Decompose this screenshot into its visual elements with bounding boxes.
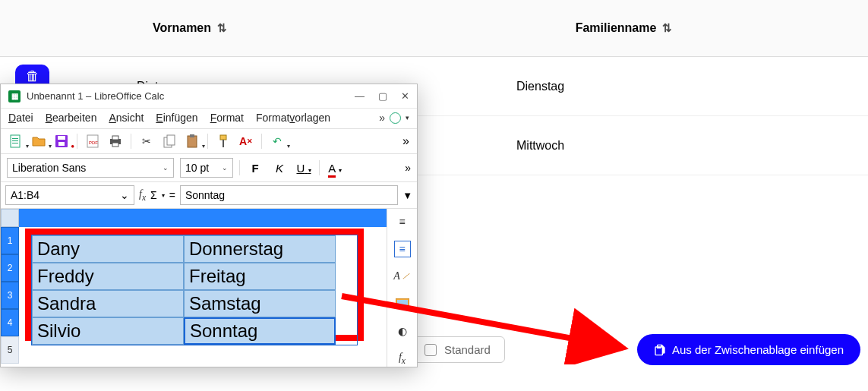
clone-formatting-icon[interactable] (216, 134, 231, 149)
undo-icon[interactable]: ↶▾ (270, 134, 285, 149)
export-pdf-icon[interactable]: PDF (85, 134, 100, 149)
row-header[interactable]: 1 (1, 227, 19, 254)
cell-b2[interactable]: Freitag (184, 263, 336, 290)
svg-rect-16 (220, 135, 226, 140)
font-name-value: Liberation Sans (12, 162, 86, 174)
window-titlebar[interactable]: ▦ Unbenannt 1 – LibreOffice Calc — ▢ ✕ (1, 84, 417, 109)
header-label: Vornamen (153, 21, 211, 35)
formula-value: Sonntag (185, 189, 225, 201)
row-header[interactable]: 3 (1, 282, 19, 309)
svg-rect-10 (112, 136, 118, 140)
delete-button[interactable]: 🗑 (15, 65, 49, 84)
svg-rect-15 (190, 134, 194, 137)
globe-icon[interactable] (390, 112, 401, 124)
properties-icon[interactable]: ≡ (394, 241, 411, 257)
annotation-highlight: Dany Donnerstag Freddy Freitag Sandra Sa… (25, 229, 364, 341)
paste-label: Aus der Zwischenablage einfügen (672, 343, 844, 356)
sidebar-panel: ≡ ≡ A⟋ ◐ fx (387, 209, 417, 367)
paste-icon[interactable]: ▾ (185, 134, 200, 149)
toolbar-more-icon[interactable]: » (405, 162, 411, 174)
svg-rect-19 (397, 300, 408, 307)
open-icon[interactable]: ▾ (31, 134, 46, 149)
font-size-value: 10 pt (185, 162, 209, 174)
formatting-toolbar: Liberation Sans⌄ 10 pt⌄ F K U ▾ A ▾ » (1, 154, 417, 182)
italic-button[interactable]: K (270, 162, 289, 175)
libreoffice-calc-window: ▦ Unbenannt 1 – LibreOffice Calc — ▢ ✕ D… (0, 84, 418, 367)
styles-icon[interactable]: A⟋ (394, 268, 411, 285)
bold-button[interactable]: F (246, 162, 264, 175)
maximize-icon[interactable]: ▢ (378, 90, 387, 102)
svg-rect-13 (167, 135, 175, 145)
row-header[interactable]: 2 (1, 254, 19, 282)
svg-rect-11 (112, 143, 118, 147)
cell-b4-active[interactable]: Sonntag (184, 317, 336, 345)
svg-rect-17 (223, 140, 224, 147)
navigator-icon[interactable]: ◐ (394, 323, 411, 339)
save-icon[interactable]: ● (54, 134, 69, 149)
copy-icon[interactable] (162, 134, 177, 149)
chevron-down-icon[interactable]: ▾ (406, 114, 409, 121)
cell-familienname: Mittwoch (380, 139, 868, 153)
formula-input[interactable]: Sonntag (180, 185, 398, 205)
cell-familienname: Dienstag (380, 80, 868, 93)
svg-rect-6 (58, 142, 65, 146)
menu-format[interactable]: Format (210, 112, 244, 124)
underline-button[interactable]: U ▾ (295, 162, 313, 175)
svg-rect-14 (188, 136, 197, 147)
toolbar-more-icon[interactable]: » (402, 134, 409, 148)
row-header[interactable]: 5 (1, 336, 19, 364)
column-header-familienname[interactable]: Familienname ⇅ (380, 0, 868, 56)
cell-a4[interactable]: Silvio (32, 317, 184, 345)
column-header-vornamen[interactable]: Vornamen ⇅ (0, 0, 380, 56)
sort-icon[interactable]: ⇅ (217, 21, 227, 35)
svg-rect-3 (12, 143, 18, 143)
minimize-icon[interactable]: — (355, 90, 365, 102)
cell-a1[interactable]: Dany (32, 235, 184, 263)
font-color-button[interactable]: A ▾ (326, 162, 344, 175)
clipboard-icon (654, 344, 666, 356)
function-wizard-icon[interactable]: fx (139, 188, 146, 203)
trash-icon: 🗑 (26, 69, 39, 83)
menu-formatvorlagen[interactable]: Formatvorlagen (256, 112, 330, 124)
functions-icon[interactable]: fx (394, 350, 411, 367)
menu-einfuegen[interactable]: Einfügen (156, 112, 197, 124)
sidebar-menu-icon[interactable]: ≡ (394, 213, 411, 230)
equals-icon[interactable]: = (169, 189, 175, 201)
cell-reference-input[interactable]: A1:B4⌄ (5, 185, 134, 205)
svg-rect-2 (12, 140, 18, 141)
cell-b1[interactable]: Donnerstag (184, 235, 336, 263)
window-title: Unbenannt 1 – LibreOffice Calc (27, 90, 164, 102)
clear-formatting-icon[interactable]: A✕ (238, 134, 254, 149)
row-headers: 1 2 3 4 5 (1, 209, 19, 367)
paste-from-clipboard-button[interactable]: Aus der Zwischenablage einfügen (637, 334, 860, 365)
cell-a3[interactable]: Sandra (32, 290, 184, 317)
close-icon[interactable]: ✕ (401, 90, 409, 102)
cell-a2[interactable]: Freddy (32, 263, 184, 290)
menu-datei[interactable]: Datei (8, 112, 33, 124)
select-all-corner[interactable] (1, 209, 19, 227)
font-name-combo[interactable]: Liberation Sans⌄ (7, 158, 174, 178)
row-header[interactable]: 4 (1, 309, 19, 336)
print-icon[interactable] (108, 134, 123, 149)
sort-icon[interactable]: ⇅ (662, 21, 672, 35)
menu-more-icon[interactable]: » (379, 112, 385, 124)
svg-text:PDF: PDF (89, 140, 98, 145)
sum-icon[interactable]: Σ (150, 189, 157, 201)
dropdown-icon[interactable]: ▼ (402, 190, 412, 201)
svg-rect-5 (58, 136, 65, 140)
svg-rect-1 (12, 138, 18, 139)
menu-ansicht[interactable]: Ansicht (109, 112, 144, 124)
menu-bar: Datei Bearbeiten Ansicht Einfügen Format… (1, 109, 417, 129)
font-size-combo[interactable]: 10 pt⌄ (180, 158, 233, 178)
menu-bearbeiten[interactable]: Bearbeiten (46, 112, 97, 124)
header-label: Familienname (576, 21, 657, 35)
cell-b3[interactable]: Samstag (184, 290, 336, 317)
checkbox-icon (425, 344, 437, 356)
gallery-icon[interactable] (394, 295, 411, 312)
standard-checkbox[interactable]: Standard (410, 336, 505, 363)
column-headers[interactable] (19, 209, 387, 227)
formula-bar: A1:B4⌄ fx Σ▾ = Sonntag ▼ (1, 182, 417, 209)
standard-label: Standard (444, 343, 491, 356)
cut-icon[interactable]: ✂ (139, 134, 154, 149)
new-doc-icon[interactable]: ▾ (8, 134, 24, 149)
